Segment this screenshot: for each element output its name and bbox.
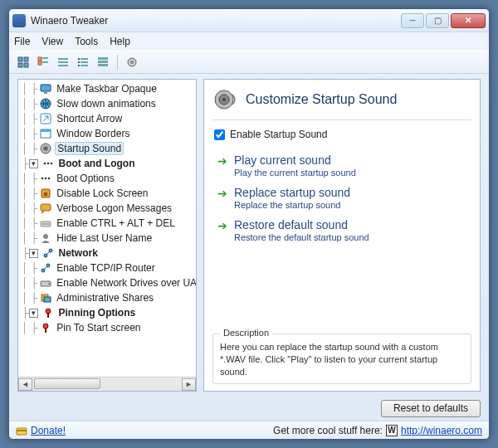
tree-item[interactable]: │ ├ Verbose Logon Messages — [22, 201, 196, 216]
statusbar: Donate! Get more cool stuff here: W http… — [9, 421, 489, 439]
arrow-right-icon: ➔ — [217, 155, 227, 167]
view-mode-4-button[interactable] — [74, 53, 92, 71]
tree-item-label: Slow down animations — [55, 98, 157, 110]
content-header: Customize Startup Sound — [212, 86, 471, 120]
donate-link[interactable]: Donate! — [31, 425, 66, 436]
tree-item[interactable]: │ ├ Enable TCP/IP Router — [22, 261, 196, 275]
status-left: Donate! — [16, 425, 66, 436]
tree-item[interactable]: │ ├ Hide Last User Name — [22, 231, 196, 246]
svg-rect-6 — [42, 57, 48, 59]
client-area: │ ├ Make Taskbar Opaque │ ├ Slow down an… — [9, 74, 489, 395]
net-icon — [42, 246, 55, 260]
svg-rect-3 — [24, 63, 28, 67]
monitor-icon — [39, 82, 52, 95]
svg-rect-11 — [78, 58, 80, 60]
tree-item-label: Hide Last User Name — [55, 232, 154, 244]
close-button[interactable]: ✕ — [451, 13, 486, 28]
dots-icon — [39, 172, 52, 185]
user-icon — [39, 231, 52, 245]
tree-item-label: Enable CTRL + ALT + DEL — [55, 217, 177, 229]
tree-view[interactable]: │ ├ Make Taskbar Opaque │ ├ Slow down an… — [18, 80, 196, 377]
tree-group[interactable]: ├ ▾Pinning Options — [22, 305, 196, 320]
maximize-button[interactable]: ▢ — [426, 13, 449, 28]
svg-rect-8 — [58, 58, 68, 60]
settings-button[interactable] — [123, 53, 141, 71]
tree-item[interactable]: │ ├ Administrative Shares — [22, 290, 196, 305]
tree-item[interactable]: │ ├ Enable Network Drives over UAC — [22, 275, 196, 290]
expander-icon[interactable]: ▾ — [29, 309, 38, 318]
tree-group[interactable]: ├ ▾Network — [22, 246, 196, 261]
tree-item[interactable]: │ ├ Enable CTRL + ALT + DEL — [22, 216, 196, 231]
enable-checkbox-input[interactable] — [214, 129, 225, 140]
scroll-right-button[interactable]: ► — [182, 378, 196, 391]
tree-item-label: Enable Network Drives over UAC — [55, 277, 196, 289]
svg-rect-1 — [24, 57, 28, 61]
action-desc: Replace the startup sound — [234, 200, 350, 210]
sidebar: │ ├ Make Taskbar Opaque │ ├ Slow down an… — [17, 79, 197, 392]
menu-view[interactable]: View — [42, 36, 63, 47]
net-icon — [39, 261, 52, 275]
app-window: Winaero Tweaker ─ ▢ ✕ File View Tools He… — [8, 8, 490, 440]
view-mode-3-button[interactable] — [54, 53, 72, 71]
pin-icon — [42, 306, 55, 319]
svg-point-59 — [222, 98, 226, 101]
tree-item[interactable]: │ ├ Boot Options — [22, 171, 196, 186]
action-link[interactable]: ➔Play current soundPlay the current star… — [217, 153, 471, 178]
svg-point-36 — [48, 178, 51, 180]
tree-item[interactable]: │ ├ Make Taskbar Opaque — [22, 81, 196, 96]
tree-item[interactable]: │ ├ Startup Sound — [22, 141, 196, 156]
expander-icon[interactable]: ▾ — [29, 249, 38, 258]
svg-point-34 — [42, 178, 44, 180]
svg-point-33 — [50, 163, 52, 165]
minimize-button[interactable]: ─ — [401, 13, 424, 28]
scroll-track[interactable] — [32, 378, 182, 391]
menu-tools[interactable]: Tools — [75, 36, 98, 47]
svg-rect-42 — [45, 223, 46, 225]
svg-rect-7 — [42, 61, 48, 63]
view-mode-5-button[interactable] — [94, 53, 112, 71]
svg-rect-61 — [17, 430, 27, 431]
tree-item[interactable]: │ ├ Shortcut Arrow — [22, 111, 196, 126]
scroll-thumb[interactable] — [34, 378, 100, 389]
reset-to-defaults-button[interactable]: Reset to defaults — [381, 400, 481, 417]
actions-list: ➔Play current soundPlay the current star… — [212, 149, 471, 251]
horizontal-scrollbar[interactable]: ◄ ► — [18, 377, 196, 391]
action-title: Play current sound — [234, 153, 356, 167]
tree-group[interactable]: ├ ▾Boot and Logon — [22, 156, 196, 171]
titlebar[interactable]: Winaero Tweaker ─ ▢ ✕ — [9, 9, 489, 32]
svg-rect-5 — [38, 61, 42, 65]
menu-help[interactable]: Help — [110, 36, 130, 47]
svg-rect-19 — [98, 64, 108, 66]
share-icon — [39, 291, 52, 304]
action-link[interactable]: ➔Restore default soundRestore the defaul… — [217, 218, 471, 242]
svg-point-21 — [130, 61, 134, 64]
tree-item[interactable]: │ ├ Pin To Start screen — [22, 320, 196, 335]
expander-icon[interactable]: ▾ — [29, 159, 38, 168]
svg-rect-16 — [81, 65, 88, 66]
description-box: Description Here you can replace the sta… — [212, 334, 471, 384]
tree-item[interactable]: │ ├ Disable Lock Screen — [22, 186, 196, 201]
svg-rect-52 — [44, 297, 51, 302]
scroll-left-button[interactable]: ◄ — [18, 378, 32, 391]
svg-rect-17 — [98, 57, 108, 60]
action-title: Restore default sound — [234, 218, 369, 231]
enable-checkbox-label: Enable Startup Sound — [230, 129, 327, 140]
action-link[interactable]: ➔Replace startup soundReplace the startu… — [217, 186, 471, 210]
pin-icon — [39, 321, 52, 334]
menu-file[interactable]: File — [14, 36, 30, 47]
svg-rect-39 — [41, 204, 51, 211]
winaero-link[interactable]: http://winaero.com — [401, 425, 482, 436]
window-buttons: ─ ▢ ✕ — [401, 13, 486, 28]
view-mode-2-button[interactable] — [34, 53, 52, 71]
dots-icon — [42, 157, 55, 170]
button-row: Reset to defaults — [9, 395, 489, 421]
svg-rect-56 — [45, 328, 46, 333]
enable-startup-sound-checkbox[interactable]: Enable Startup Sound — [214, 129, 471, 140]
svg-rect-12 — [81, 58, 88, 60]
svg-rect-27 — [41, 129, 51, 132]
view-mode-1-button[interactable] — [14, 53, 32, 71]
window-icon — [39, 127, 52, 140]
tree-item[interactable]: │ ├ Slow down animations — [22, 96, 196, 111]
tree-item[interactable]: │ ├ Window Borders — [22, 126, 196, 141]
window-title: Winaero Tweaker — [31, 15, 401, 27]
